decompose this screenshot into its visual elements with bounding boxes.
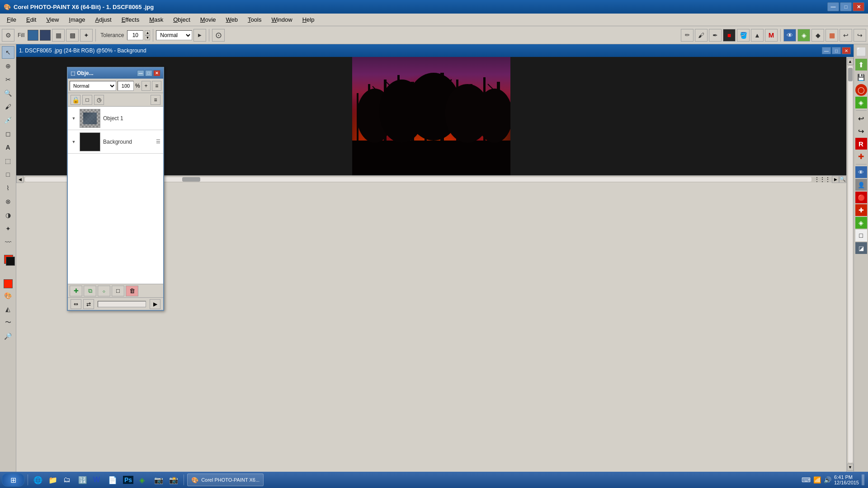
foreground-color[interactable] [28, 30, 38, 41]
transform-tool[interactable]: ⊕ [2, 60, 14, 72]
blend-mode-select[interactable]: Normal Multiply Screen Overlay [156, 30, 192, 40]
close-button[interactable]: ✕ [853, 2, 864, 11]
object-btn[interactable]: 👁 [783, 29, 796, 42]
scroll-left[interactable]: ◀ [16, 176, 24, 183]
stamp-tool[interactable]: ▲ [751, 29, 764, 42]
scroll-thumb-v[interactable] [848, 68, 853, 81]
lock-btn[interactable]: 🔒 [71, 95, 80, 105]
rp-color[interactable]: ◯ [855, 84, 867, 96]
rp-green2[interactable]: ◈ [855, 217, 867, 229]
rp-red2[interactable]: 🔴 [855, 192, 867, 203]
blend-tool-3[interactable]: ◭ [2, 303, 14, 315]
menu-image[interactable]: Image [64, 14, 90, 25]
tray-show-desktop[interactable] [862, 474, 864, 485]
obj1-visibility[interactable]: ▼ [71, 115, 77, 122]
taskbar-ie[interactable]: 🌐 [31, 474, 45, 486]
maximize-button[interactable]: □ [840, 2, 852, 11]
objects-panel-minimize[interactable]: — [137, 70, 144, 76]
properties-btn[interactable]: ◷ [94, 95, 104, 105]
taskbar-pdf[interactable]: 📄 [106, 474, 119, 486]
menu-web[interactable]: Web [221, 14, 243, 25]
menu-tools[interactable]: Tools [243, 14, 266, 25]
menu-adjust[interactable]: Adjust [90, 14, 116, 25]
visibility-btn[interactable]: □ [82, 95, 92, 105]
objects-opacity-add[interactable]: + [142, 81, 151, 91]
rp-cross[interactable]: ✚ [855, 150, 867, 162]
merge-arrows-left[interactable]: ⇔ [71, 299, 81, 309]
tolerance-input[interactable] [127, 30, 143, 40]
rp-white[interactable]: □ [855, 230, 867, 241]
scroll-thumb-h[interactable] [182, 177, 200, 182]
canvas-minimize[interactable]: — [822, 47, 831, 54]
special-tool[interactable]: M [765, 29, 778, 42]
taskbar-cam2[interactable]: 📸 [167, 474, 180, 486]
objects-panel-close[interactable]: ✕ [153, 70, 160, 76]
rp-crossbig[interactable]: ✚ [855, 204, 867, 216]
menu-movie[interactable]: Movie [195, 14, 221, 25]
blend-tool[interactable]: ◑ [2, 209, 14, 221]
smear-tool[interactable]: 〰 [2, 236, 14, 249]
zoom-out-btn[interactable]: 🔍 [839, 176, 846, 183]
eraser-tool[interactable]: ✏ [681, 29, 693, 42]
zoom-tool[interactable]: 🔍 [2, 87, 14, 99]
scroll-down[interactable]: ▼ [847, 464, 854, 471]
styles-btn[interactable]: ◆ [811, 29, 824, 42]
pattern-fill-btn[interactable]: ▦ [52, 29, 65, 42]
merge-arrows-right[interactable]: ⇄ [83, 299, 94, 309]
redo-btn2[interactable]: ↪ [854, 29, 866, 42]
background-color[interactable] [40, 30, 51, 41]
special-fill-btn[interactable]: ✦ [80, 29, 93, 42]
tray-volume[interactable]: 🔊 [824, 476, 831, 483]
eyedropper-tool[interactable]: 💉 [2, 114, 14, 127]
paste-object-btn[interactable]: ⬦ [98, 286, 110, 296]
objects-opacity-input[interactable] [118, 81, 134, 91]
menu-file[interactable]: File [2, 14, 21, 25]
scroll-right[interactable]: ▶ [832, 176, 839, 183]
blend-tool-2[interactable]: 🎨 [2, 289, 14, 302]
palette-btn[interactable]: ▦ [826, 29, 838, 42]
brush-tool[interactable]: 🖌 [695, 29, 708, 42]
sharpen-tool[interactable]: ✦ [2, 222, 14, 235]
taskbar-explorer[interactable]: 📁 [46, 474, 60, 486]
menu-edit[interactable]: Edit [21, 14, 41, 25]
blank-object-btn[interactable]: □ [112, 286, 124, 296]
rp-diag[interactable]: ◪ [855, 242, 867, 254]
taskbar-corel[interactable]: 🎨 Corel PHOTO-PAINT X6... [187, 474, 264, 486]
canvas-maximize[interactable]: □ [832, 47, 841, 54]
rp-eye[interactable]: 👁 [855, 166, 867, 178]
background-swatch[interactable] [6, 257, 15, 266]
taskbar-photoshop[interactable]: Ps [121, 474, 136, 486]
rp-export[interactable]: ⬆ [855, 59, 867, 70]
paint-tool[interactable]: 🖌 [2, 100, 14, 113]
merge-confirm[interactable]: ▶ [150, 299, 160, 309]
menu-window[interactable]: Window [266, 14, 297, 25]
taskbar-app1[interactable]: ◈ [137, 474, 151, 486]
bucket-tool[interactable]: 🪣 [737, 29, 750, 42]
object-row-background[interactable]: ▼ Background ☰ [68, 130, 163, 154]
menu-mask[interactable]: Mask [144, 14, 168, 25]
copy-object-btn[interactable]: ⧉ [84, 286, 96, 296]
rp-red-r[interactable]: R [855, 138, 867, 150]
rp-green[interactable]: ◈ [855, 97, 867, 108]
more-btn[interactable]: ≡ [151, 95, 160, 105]
menu-effects[interactable]: Effects [117, 14, 145, 25]
smudge-tool[interactable]: 〜 [2, 316, 14, 329]
menu-object[interactable]: Object [168, 14, 195, 25]
blend-options-btn[interactable]: ▶ [193, 29, 206, 42]
objects-layout-btn[interactable]: ≡ [152, 81, 161, 91]
color-btn[interactable]: ◈ [797, 29, 810, 42]
rect-mask[interactable]: □ [2, 168, 14, 181]
start-button[interactable]: ⊞ [2, 473, 24, 487]
tray-keyboard[interactable]: ⌨ [802, 476, 811, 483]
menu-view[interactable]: View [41, 14, 64, 25]
transparency-btn[interactable]: ⊙ [212, 29, 225, 42]
object-row-1[interactable]: ▼ Object 1 [68, 107, 163, 130]
rp-save[interactable]: 💾 [855, 71, 867, 83]
tolerance-down[interactable]: ▼ [145, 35, 150, 40]
rp-btn-1[interactable]: ⬜ [855, 46, 867, 58]
rp-undo[interactable]: ↩ [855, 113, 867, 124]
clone-tool[interactable]: ⊗ [2, 195, 14, 208]
taskbar-cam[interactable]: 📷 [152, 474, 165, 486]
fill-tool[interactable]: ■ [723, 29, 736, 42]
taskbar-files[interactable]: 🗂 [61, 474, 75, 486]
